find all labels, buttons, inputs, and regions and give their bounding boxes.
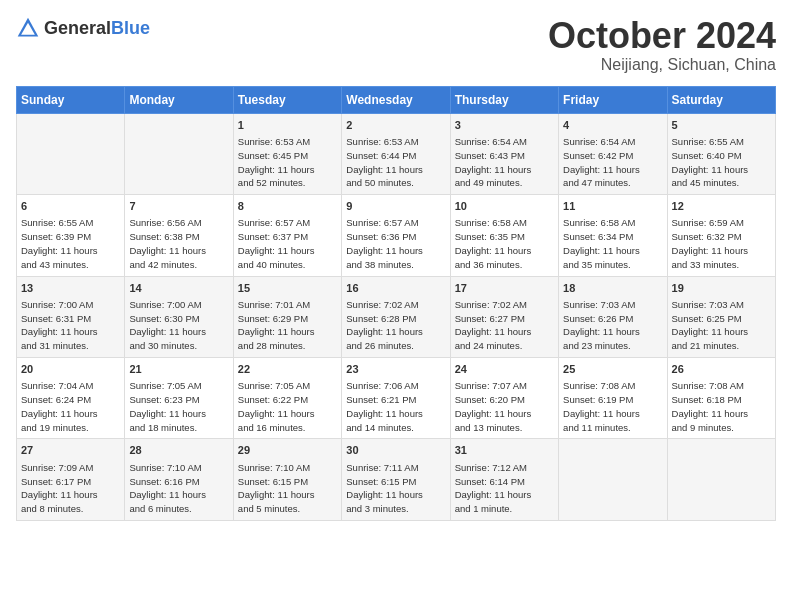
title-block: October 2024 Neijiang, Sichuan, China (548, 16, 776, 74)
column-header-monday: Monday (125, 86, 233, 113)
day-info: Sunrise: 7:08 AM Sunset: 6:18 PM Dayligh… (672, 379, 771, 434)
calendar-table: SundayMondayTuesdayWednesdayThursdayFrid… (16, 86, 776, 521)
calendar-cell: 26Sunrise: 7:08 AM Sunset: 6:18 PM Dayli… (667, 357, 775, 438)
calendar-cell: 5Sunrise: 6:55 AM Sunset: 6:40 PM Daylig… (667, 113, 775, 194)
day-number: 7 (129, 199, 228, 214)
calendar-cell: 9Sunrise: 6:57 AM Sunset: 6:36 PM Daylig… (342, 195, 450, 276)
day-number: 22 (238, 362, 337, 377)
calendar-cell: 22Sunrise: 7:05 AM Sunset: 6:22 PM Dayli… (233, 357, 341, 438)
calendar-cell: 28Sunrise: 7:10 AM Sunset: 6:16 PM Dayli… (125, 439, 233, 520)
column-header-sunday: Sunday (17, 86, 125, 113)
column-header-saturday: Saturday (667, 86, 775, 113)
day-info: Sunrise: 7:11 AM Sunset: 6:15 PM Dayligh… (346, 461, 445, 516)
calendar-cell: 10Sunrise: 6:58 AM Sunset: 6:35 PM Dayli… (450, 195, 558, 276)
day-info: Sunrise: 7:08 AM Sunset: 6:19 PM Dayligh… (563, 379, 662, 434)
logo: GeneralBlue (16, 16, 150, 40)
calendar-week-row: 20Sunrise: 7:04 AM Sunset: 6:24 PM Dayli… (17, 357, 776, 438)
calendar-cell: 7Sunrise: 6:56 AM Sunset: 6:38 PM Daylig… (125, 195, 233, 276)
calendar-cell: 31Sunrise: 7:12 AM Sunset: 6:14 PM Dayli… (450, 439, 558, 520)
page-header: GeneralBlue October 2024 Neijiang, Sichu… (16, 16, 776, 74)
day-info: Sunrise: 7:09 AM Sunset: 6:17 PM Dayligh… (21, 461, 120, 516)
calendar-week-row: 6Sunrise: 6:55 AM Sunset: 6:39 PM Daylig… (17, 195, 776, 276)
day-info: Sunrise: 7:03 AM Sunset: 6:26 PM Dayligh… (563, 298, 662, 353)
day-info: Sunrise: 7:07 AM Sunset: 6:20 PM Dayligh… (455, 379, 554, 434)
calendar-cell: 30Sunrise: 7:11 AM Sunset: 6:15 PM Dayli… (342, 439, 450, 520)
logo-text-blue: Blue (111, 18, 150, 38)
logo-icon (16, 16, 40, 40)
day-info: Sunrise: 6:59 AM Sunset: 6:32 PM Dayligh… (672, 216, 771, 271)
day-number: 2 (346, 118, 445, 133)
day-info: Sunrise: 6:56 AM Sunset: 6:38 PM Dayligh… (129, 216, 228, 271)
day-info: Sunrise: 7:10 AM Sunset: 6:15 PM Dayligh… (238, 461, 337, 516)
calendar-cell: 3Sunrise: 6:54 AM Sunset: 6:43 PM Daylig… (450, 113, 558, 194)
day-info: Sunrise: 7:04 AM Sunset: 6:24 PM Dayligh… (21, 379, 120, 434)
day-info: Sunrise: 6:58 AM Sunset: 6:34 PM Dayligh… (563, 216, 662, 271)
day-info: Sunrise: 6:57 AM Sunset: 6:36 PM Dayligh… (346, 216, 445, 271)
column-header-friday: Friday (559, 86, 667, 113)
day-info: Sunrise: 7:02 AM Sunset: 6:28 PM Dayligh… (346, 298, 445, 353)
calendar-cell: 21Sunrise: 7:05 AM Sunset: 6:23 PM Dayli… (125, 357, 233, 438)
column-header-tuesday: Tuesday (233, 86, 341, 113)
calendar-cell: 14Sunrise: 7:00 AM Sunset: 6:30 PM Dayli… (125, 276, 233, 357)
day-number: 3 (455, 118, 554, 133)
calendar-cell: 2Sunrise: 6:53 AM Sunset: 6:44 PM Daylig… (342, 113, 450, 194)
calendar-cell: 4Sunrise: 6:54 AM Sunset: 6:42 PM Daylig… (559, 113, 667, 194)
day-info: Sunrise: 7:00 AM Sunset: 6:31 PM Dayligh… (21, 298, 120, 353)
day-info: Sunrise: 7:06 AM Sunset: 6:21 PM Dayligh… (346, 379, 445, 434)
day-number: 15 (238, 281, 337, 296)
day-number: 21 (129, 362, 228, 377)
calendar-cell: 15Sunrise: 7:01 AM Sunset: 6:29 PM Dayli… (233, 276, 341, 357)
day-info: Sunrise: 6:55 AM Sunset: 6:40 PM Dayligh… (672, 135, 771, 190)
day-number: 29 (238, 443, 337, 458)
day-number: 5 (672, 118, 771, 133)
day-info: Sunrise: 7:03 AM Sunset: 6:25 PM Dayligh… (672, 298, 771, 353)
day-number: 24 (455, 362, 554, 377)
day-info: Sunrise: 6:57 AM Sunset: 6:37 PM Dayligh… (238, 216, 337, 271)
day-info: Sunrise: 7:01 AM Sunset: 6:29 PM Dayligh… (238, 298, 337, 353)
calendar-cell: 1Sunrise: 6:53 AM Sunset: 6:45 PM Daylig… (233, 113, 341, 194)
calendar-header-row: SundayMondayTuesdayWednesdayThursdayFrid… (17, 86, 776, 113)
day-number: 30 (346, 443, 445, 458)
calendar-cell: 23Sunrise: 7:06 AM Sunset: 6:21 PM Dayli… (342, 357, 450, 438)
calendar-week-row: 27Sunrise: 7:09 AM Sunset: 6:17 PM Dayli… (17, 439, 776, 520)
day-info: Sunrise: 6:58 AM Sunset: 6:35 PM Dayligh… (455, 216, 554, 271)
day-number: 16 (346, 281, 445, 296)
day-info: Sunrise: 7:05 AM Sunset: 6:22 PM Dayligh… (238, 379, 337, 434)
day-info: Sunrise: 7:05 AM Sunset: 6:23 PM Dayligh… (129, 379, 228, 434)
calendar-cell: 11Sunrise: 6:58 AM Sunset: 6:34 PM Dayli… (559, 195, 667, 276)
calendar-week-row: 13Sunrise: 7:00 AM Sunset: 6:31 PM Dayli… (17, 276, 776, 357)
calendar-cell: 20Sunrise: 7:04 AM Sunset: 6:24 PM Dayli… (17, 357, 125, 438)
calendar-cell: 12Sunrise: 6:59 AM Sunset: 6:32 PM Dayli… (667, 195, 775, 276)
day-number: 31 (455, 443, 554, 458)
calendar-cell (125, 113, 233, 194)
column-header-thursday: Thursday (450, 86, 558, 113)
day-info: Sunrise: 6:55 AM Sunset: 6:39 PM Dayligh… (21, 216, 120, 271)
day-number: 25 (563, 362, 662, 377)
day-number: 10 (455, 199, 554, 214)
day-info: Sunrise: 6:53 AM Sunset: 6:44 PM Dayligh… (346, 135, 445, 190)
day-info: Sunrise: 7:10 AM Sunset: 6:16 PM Dayligh… (129, 461, 228, 516)
day-number: 18 (563, 281, 662, 296)
day-number: 11 (563, 199, 662, 214)
day-info: Sunrise: 7:00 AM Sunset: 6:30 PM Dayligh… (129, 298, 228, 353)
day-number: 26 (672, 362, 771, 377)
day-number: 12 (672, 199, 771, 214)
day-info: Sunrise: 7:02 AM Sunset: 6:27 PM Dayligh… (455, 298, 554, 353)
day-info: Sunrise: 6:54 AM Sunset: 6:43 PM Dayligh… (455, 135, 554, 190)
column-header-wednesday: Wednesday (342, 86, 450, 113)
calendar-cell: 24Sunrise: 7:07 AM Sunset: 6:20 PM Dayli… (450, 357, 558, 438)
day-info: Sunrise: 6:53 AM Sunset: 6:45 PM Dayligh… (238, 135, 337, 190)
day-number: 23 (346, 362, 445, 377)
day-number: 28 (129, 443, 228, 458)
day-number: 6 (21, 199, 120, 214)
day-number: 4 (563, 118, 662, 133)
calendar-cell: 17Sunrise: 7:02 AM Sunset: 6:27 PM Dayli… (450, 276, 558, 357)
day-number: 13 (21, 281, 120, 296)
day-number: 19 (672, 281, 771, 296)
calendar-cell (559, 439, 667, 520)
calendar-cell: 8Sunrise: 6:57 AM Sunset: 6:37 PM Daylig… (233, 195, 341, 276)
calendar-cell: 16Sunrise: 7:02 AM Sunset: 6:28 PM Dayli… (342, 276, 450, 357)
day-number: 27 (21, 443, 120, 458)
day-number: 1 (238, 118, 337, 133)
day-info: Sunrise: 6:54 AM Sunset: 6:42 PM Dayligh… (563, 135, 662, 190)
